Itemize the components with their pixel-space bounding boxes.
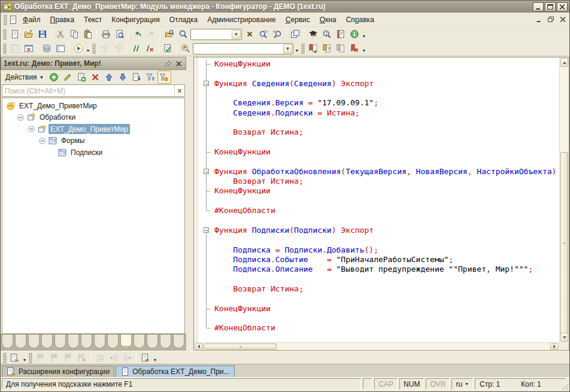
toolbar-overflow-dropdown[interactable]: ▾ xyxy=(361,28,367,41)
find-next-button[interactable] xyxy=(256,28,270,41)
next-bookmark-button[interactable]: ? xyxy=(320,42,333,55)
clear-bookmarks-button[interactable] xyxy=(347,42,361,55)
duplicate-window-button[interactable] xyxy=(288,28,302,41)
panel-bump[interactable] xyxy=(68,335,79,348)
expander-minus-icon[interactable] xyxy=(38,137,46,144)
scroll-left-button[interactable] xyxy=(195,344,203,350)
filter-settings-button[interactable] xyxy=(157,71,171,84)
panel-bump[interactable] xyxy=(94,335,105,348)
panel-bump[interactable] xyxy=(28,335,40,348)
close-window-button[interactable] xyxy=(22,42,35,55)
mdi-close-button[interactable] xyxy=(557,15,568,25)
goto-definition-button[interactable] xyxy=(138,351,152,364)
uncomment-button[interactable] xyxy=(142,42,156,55)
resize-grip[interactable] xyxy=(560,382,569,391)
debug-dropdown[interactable]: ▾ xyxy=(85,42,91,55)
panel-bump[interactable] xyxy=(2,335,13,348)
expander-minus-icon[interactable] xyxy=(28,126,35,133)
panel-bump[interactable] xyxy=(173,335,184,348)
window-list-button[interactable] xyxy=(8,351,22,364)
tree-item-1[interactable]: Обработки xyxy=(2,112,184,124)
move-up-button[interactable] xyxy=(102,71,116,84)
panel-bump[interactable] xyxy=(120,335,132,348)
scroll-up-button[interactable] xyxy=(560,58,568,67)
print-preview-button[interactable] xyxy=(113,28,126,41)
pin-icon[interactable] xyxy=(163,59,172,68)
chevron-down-icon[interactable]: ▼ xyxy=(232,30,241,39)
add-form-button[interactable] xyxy=(75,71,89,84)
cut-button[interactable] xyxy=(53,28,67,41)
fold-collapse-icon[interactable] xyxy=(204,227,209,233)
procedures-dropdown[interactable]: ▾ xyxy=(294,42,300,55)
start-debugging-button[interactable] xyxy=(71,42,85,55)
open-button[interactable] xyxy=(22,28,35,41)
procedures-functions-button[interactable]: P xyxy=(178,42,192,55)
panel-bump[interactable] xyxy=(15,335,26,348)
save-button[interactable] xyxy=(35,28,49,41)
menu-item-0[interactable]: Файл xyxy=(18,14,46,26)
language-selector[interactable]: ru ▼ xyxy=(451,378,473,390)
delete-button[interactable] xyxy=(89,71,102,84)
move-down-button[interactable] xyxy=(116,71,130,84)
add-button[interactable] xyxy=(47,71,61,84)
check-module-button[interactable] xyxy=(160,42,174,55)
menu-item-2[interactable]: Текст xyxy=(79,14,107,26)
fold-collapse-icon[interactable] xyxy=(204,169,209,174)
service-windows-button[interactable] xyxy=(53,42,67,55)
editor-horizontal-scrollbar[interactable] xyxy=(194,342,559,350)
maximize-button[interactable] xyxy=(545,2,556,11)
search-combobox[interactable]: ▼ xyxy=(190,29,242,40)
tree-item-4[interactable]: Подписки xyxy=(2,147,184,159)
syntax-help-button[interactable]: ? xyxy=(320,28,333,41)
menu-item-4[interactable]: Отладка xyxy=(165,14,202,26)
clear-search-button[interactable] xyxy=(242,28,256,41)
panel-bump[interactable] xyxy=(41,335,53,348)
vertical-scroll-thumb[interactable] xyxy=(560,152,568,335)
close-button[interactable] xyxy=(557,2,568,11)
global-search-button[interactable] xyxy=(162,28,176,41)
window-list-dropdown[interactable]: ▾ xyxy=(22,351,28,364)
goto-dropdown[interactable]: ▾ xyxy=(152,351,158,364)
paste-button[interactable] xyxy=(81,28,95,41)
syntax-check-button[interactable] xyxy=(306,28,320,41)
scroll-right-button[interactable] xyxy=(550,344,559,350)
procedures-combobox[interactable]: ▼ xyxy=(193,43,293,54)
panel-bump[interactable] xyxy=(160,335,171,348)
minimize-button[interactable] xyxy=(533,2,544,11)
menu-item-8[interactable]: Справка xyxy=(341,14,379,26)
panel-bump[interactable] xyxy=(147,335,158,348)
horizontal-scroll-thumb[interactable] xyxy=(204,344,277,350)
tree-item-2[interactable]: EXT_Демо_ПриветМир xyxy=(2,123,184,135)
new-document-button[interactable] xyxy=(8,28,22,41)
tree-search-input[interactable]: Поиск (Ctrl+Alt+M) × xyxy=(2,84,185,97)
menu-item-5[interactable]: Администрирование xyxy=(202,14,280,26)
info-button[interactable] xyxy=(347,28,361,41)
templates-button[interactable] xyxy=(333,28,347,41)
panel-bump[interactable] xyxy=(107,335,119,348)
editor-vertical-scrollbar[interactable] xyxy=(559,57,569,342)
scroll-down-button[interactable] xyxy=(560,333,568,342)
fold-collapse-icon[interactable] xyxy=(204,81,209,86)
find-button[interactable] xyxy=(176,28,190,41)
tree-item-3[interactable]: Формы xyxy=(2,135,184,147)
previous-bookmark-button[interactable] xyxy=(333,42,347,55)
panel-bump[interactable] xyxy=(134,335,145,348)
clear-search-icon[interactable]: × xyxy=(174,85,184,96)
bookmarks-dropdown[interactable]: ▾ xyxy=(361,42,367,55)
menu-item-1[interactable]: Правка xyxy=(46,14,80,26)
menu-item-7[interactable]: Окна xyxy=(315,14,341,26)
print-button[interactable] xyxy=(99,28,113,41)
tab-extensions[interactable]: Расширения конфигурации xyxy=(2,366,114,378)
mdi-restore-button[interactable] xyxy=(545,15,556,25)
chevron-down-icon[interactable]: ▼ xyxy=(283,44,292,53)
module-editor[interactable]: КонецФункцииФункция Сведения(Сведения) Э… xyxy=(193,57,569,351)
sort-button[interactable] xyxy=(130,71,144,84)
mdi-minimize-button[interactable] xyxy=(533,15,544,25)
panel-bump[interactable] xyxy=(81,335,92,348)
menu-item-3[interactable]: Конфигурация xyxy=(107,14,165,26)
actions-menu-button[interactable]: Действия ▼ xyxy=(2,72,47,83)
add-bookmark-button[interactable] xyxy=(306,42,320,55)
menu-item-6[interactable]: Сервис xyxy=(281,14,315,26)
edit-button[interactable] xyxy=(61,71,75,84)
database-button[interactable] xyxy=(40,42,53,55)
